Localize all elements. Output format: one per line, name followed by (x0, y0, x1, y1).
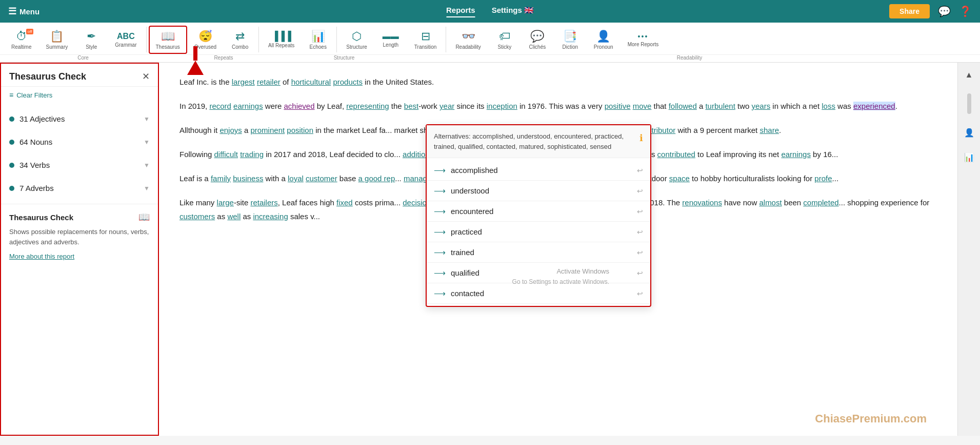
toolbar-realtime[interactable]: ⏱ off Realtime (4, 26, 38, 54)
replace-trained[interactable]: ↩ (637, 248, 643, 257)
word-share[interactable]: share (759, 126, 779, 134)
word-fixed[interactable]: fixed (336, 198, 353, 207)
person-icon[interactable]: 👤 (961, 124, 977, 141)
toolbar-readability[interactable]: 👓 Readability (448, 26, 488, 54)
word-experienced[interactable]: experienced (853, 102, 895, 110)
toolbar-cliches[interactable]: 💬 Clichés (521, 26, 554, 54)
word-products[interactable]: products (333, 78, 363, 86)
toolbar-thesaurus[interactable]: 📖 Thesaurus (149, 26, 187, 54)
realtime-icon: ⏱ (16, 30, 27, 43)
popup-item-trained[interactable]: ⟶ trained ↩ (427, 242, 650, 263)
more-about-link[interactable]: More about this report (9, 253, 74, 260)
word-almost[interactable]: almost (759, 198, 782, 207)
word-prominent[interactable]: prominent (250, 126, 285, 134)
word-large[interactable]: large (217, 198, 234, 207)
sidebar-item-nouns[interactable]: 64 Nouns ▼ (1, 130, 158, 153)
word-inception[interactable]: inception (487, 102, 517, 110)
scroll-up-button[interactable]: ▲ (961, 67, 977, 83)
word-turbulent[interactable]: turbulent (705, 102, 735, 110)
tab-settings[interactable]: Settings 🇬🇧 (492, 6, 534, 17)
word-understood: understood (451, 186, 489, 195)
combo-label: Combo (232, 44, 248, 50)
popup-info-icon[interactable]: ℹ (639, 131, 643, 145)
replace-encountered[interactable]: ↩ (637, 207, 643, 216)
word-achieved[interactable]: achieved (284, 102, 315, 110)
word-move[interactable]: move (633, 102, 652, 110)
menu-button[interactable]: ☰ Menu (8, 6, 39, 17)
toolbar-style[interactable]: ✒ Style (75, 26, 108, 54)
toolbar-diction[interactable]: 📑 Diction (554, 26, 587, 54)
word-retailer[interactable]: retailer (257, 78, 281, 86)
word-year[interactable]: year (439, 102, 454, 110)
word-earnings2[interactable]: earnings (781, 150, 811, 159)
clear-filters-button[interactable]: ≡ Clear Filters (1, 87, 158, 103)
popup-item-understood[interactable]: ⟶ understood ↩ (427, 181, 650, 201)
word-good-rep[interactable]: a good rep (358, 174, 395, 183)
word-followed[interactable]: followed (669, 102, 697, 110)
replace-qualified[interactable]: ↩ (637, 269, 643, 277)
sidebar-item-verbs[interactable]: 34 Verbs ▼ (1, 153, 158, 177)
word-family[interactable]: family (211, 174, 231, 183)
toolbar-sticky[interactable]: 🏷 Sticky (488, 26, 521, 54)
chart-icon[interactable]: 📊 (961, 149, 977, 165)
word-horticultural[interactable]: horticultural (291, 78, 331, 86)
word-best[interactable]: best (404, 102, 418, 110)
replace-accomplished[interactable]: ↩ (637, 166, 643, 175)
toolbar-grammar[interactable]: ABC Grammar (108, 28, 144, 52)
word-position[interactable]: position (287, 126, 313, 134)
sep3 (336, 27, 337, 52)
toolbar-length[interactable]: ▬▬ Length (374, 28, 407, 52)
toolbar-structure[interactable]: ⬡ Structure (339, 26, 374, 54)
word-largest[interactable]: largest (232, 78, 255, 86)
sidebar-item-adverbs[interactable]: 7 Adverbs ▼ (1, 177, 158, 200)
adverbs-arrow: ▼ (144, 185, 150, 192)
word-enjoys[interactable]: enjoys (219, 126, 242, 134)
verbs-label: 34 Verbs (19, 161, 50, 169)
close-sidebar-button[interactable]: ✕ (142, 71, 150, 82)
word-customer[interactable]: customer (306, 174, 337, 183)
popup-item-practiced[interactable]: ⟶ practiced ↩ (427, 222, 650, 242)
word-space[interactable]: space (669, 174, 690, 183)
tab-reports[interactable]: Reports (446, 6, 475, 17)
help-icon[interactable]: ❓ (959, 5, 972, 17)
popup-item-accomplished[interactable]: ⟶ accomplished ↩ (427, 160, 650, 181)
toolbar-echoes[interactable]: 📊 Echoes (302, 26, 334, 54)
toolbar-summary[interactable]: 📋 Summary (38, 26, 75, 54)
messages-icon[interactable]: 💬 (938, 5, 951, 17)
word-loyal[interactable]: loyal (288, 174, 304, 183)
toolbar-combo[interactable]: ⇄ Combo (224, 26, 256, 54)
word-difficult[interactable]: difficult (214, 150, 238, 159)
word-business[interactable]: business (233, 174, 263, 183)
replace-contacted[interactable]: ↩ (637, 289, 643, 298)
word-years[interactable]: years (752, 102, 771, 110)
word-profe[interactable]: profe (814, 174, 832, 183)
popup-item-contacted[interactable]: ⟶ contacted ↩ (427, 283, 650, 304)
scrollbar-thumb[interactable] (967, 93, 971, 114)
word-well[interactable]: well (227, 212, 241, 221)
word-contributed[interactable]: contributed (657, 150, 695, 159)
replace-practiced[interactable]: ↩ (637, 228, 643, 236)
word-positive[interactable]: positive (605, 102, 631, 110)
word-earnings[interactable]: earnings (233, 102, 263, 110)
toolbar-morereports[interactable]: ••• More Reports (621, 28, 666, 51)
arrow-accomplished: ⟶ (434, 165, 446, 175)
word-customers[interactable]: customers (179, 212, 215, 221)
word-increasing[interactable]: increasing (253, 212, 288, 221)
toolbar-pronoun[interactable]: 👤 Pronoun (587, 26, 621, 54)
word-retailers[interactable]: retailers (250, 198, 277, 207)
share-button[interactable]: Share (889, 4, 930, 18)
word-trading[interactable]: trading (240, 150, 264, 159)
replace-understood[interactable]: ↩ (637, 187, 643, 195)
toolbar-allrepeats[interactable]: ▐▐▐ All Repeats (261, 27, 302, 52)
word-completed[interactable]: completed (803, 198, 838, 207)
word-loss[interactable]: loss (822, 102, 835, 110)
toolbar-transition[interactable]: ⊟ Transition (407, 26, 444, 54)
structure-icon: ⬡ (352, 30, 362, 43)
section-core: Core (4, 55, 162, 61)
popup-item-encountered[interactable]: ⟶ encountered ↩ (427, 201, 650, 222)
word-record[interactable]: record (209, 102, 231, 110)
popup-item-qualified[interactable]: ⟶ qualified ↩ (427, 263, 650, 283)
sidebar-item-adjectives[interactable]: 31 Adjectives ▼ (1, 107, 158, 130)
word-representing[interactable]: representing (346, 102, 389, 110)
word-renovations[interactable]: renovations (682, 198, 722, 207)
